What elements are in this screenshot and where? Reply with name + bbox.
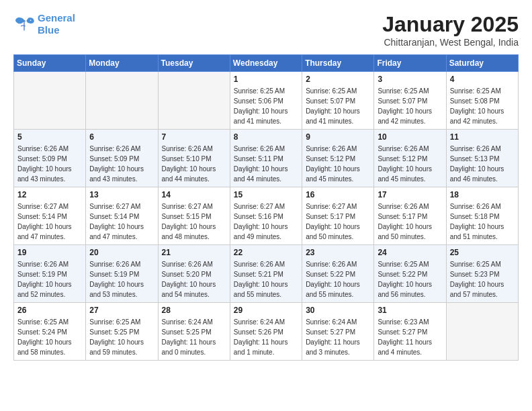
day-number: 2 <box>306 75 370 84</box>
day-number: 6 <box>89 132 154 142</box>
calendar-day-cell: 12Sunrise: 6:27 AM Sunset: 5:14 PM Dayli… <box>14 187 86 245</box>
day-info: Sunrise: 6:27 AM Sunset: 5:14 PM Dayligh… <box>17 201 82 242</box>
calendar-day-cell: 11Sunrise: 6:26 AM Sunset: 5:13 PM Dayli… <box>446 130 518 187</box>
day-info: Sunrise: 6:26 AM Sunset: 5:12 PM Dayligh… <box>378 144 442 184</box>
day-info: Sunrise: 6:25 AM Sunset: 5:07 PM Dayligh… <box>378 86 442 126</box>
calendar-table: SundayMondayTuesdayWednesdayThursdayFrid… <box>13 54 519 361</box>
calendar-day-cell: 21Sunrise: 6:26 AM Sunset: 5:20 PM Dayli… <box>158 245 230 303</box>
weekday-header-monday: Monday <box>86 55 158 72</box>
calendar-day-cell: 6Sunrise: 6:26 AM Sunset: 5:09 PM Daylig… <box>86 130 158 187</box>
day-info: Sunrise: 6:25 AM Sunset: 5:24 PM Dayligh… <box>17 317 82 357</box>
day-number: 7 <box>162 132 226 142</box>
day-info: Sunrise: 6:25 AM Sunset: 5:25 PM Dayligh… <box>89 317 154 357</box>
calendar-week-row: 1Sunrise: 6:25 AM Sunset: 5:06 PM Daylig… <box>14 72 519 130</box>
day-number: 11 <box>450 132 515 142</box>
calendar-day-cell: 20Sunrise: 6:26 AM Sunset: 5:19 PM Dayli… <box>86 245 158 303</box>
day-number: 14 <box>162 190 226 199</box>
calendar-day-cell: 27Sunrise: 6:25 AM Sunset: 5:25 PM Dayli… <box>86 303 158 361</box>
day-info: Sunrise: 6:26 AM Sunset: 5:10 PM Dayligh… <box>162 144 226 184</box>
day-number: 20 <box>89 248 154 257</box>
day-number: 4 <box>450 75 515 84</box>
day-info: Sunrise: 6:26 AM Sunset: 5:17 PM Dayligh… <box>378 201 442 242</box>
day-info: Sunrise: 6:25 AM Sunset: 5:06 PM Dayligh… <box>234 86 298 126</box>
day-number: 13 <box>89 190 154 199</box>
day-info: Sunrise: 6:26 AM Sunset: 5:21 PM Dayligh… <box>234 259 298 300</box>
title-block: January 2025 Chittaranjan, West Bengal, … <box>382 12 519 48</box>
day-number: 10 <box>378 132 442 142</box>
calendar-day-cell <box>158 72 230 130</box>
logo-text: General Blue <box>38 12 75 36</box>
weekday-header-thursday: Thursday <box>302 55 374 72</box>
day-number: 25 <box>450 248 515 257</box>
day-number: 3 <box>378 75 442 84</box>
day-info: Sunrise: 6:24 AM Sunset: 5:27 PM Dayligh… <box>306 317 370 357</box>
day-info: Sunrise: 6:25 AM Sunset: 5:23 PM Dayligh… <box>450 259 515 300</box>
day-info: Sunrise: 6:26 AM Sunset: 5:11 PM Dayligh… <box>234 144 298 184</box>
weekday-header-row: SundayMondayTuesdayWednesdayThursdayFrid… <box>14 55 519 72</box>
day-info: Sunrise: 6:25 AM Sunset: 5:08 PM Dayligh… <box>450 86 515 126</box>
calendar-day-cell: 17Sunrise: 6:26 AM Sunset: 5:17 PM Dayli… <box>374 187 446 245</box>
day-number: 18 <box>450 190 515 199</box>
weekday-header-tuesday: Tuesday <box>158 55 230 72</box>
svg-point-1 <box>30 20 32 21</box>
day-info: Sunrise: 6:25 AM Sunset: 5:22 PM Dayligh… <box>378 259 442 300</box>
day-number: 24 <box>378 248 442 257</box>
calendar-day-cell: 31Sunrise: 6:23 AM Sunset: 5:27 PM Dayli… <box>374 303 446 361</box>
day-number: 22 <box>234 248 298 257</box>
svg-point-0 <box>27 19 32 23</box>
day-number: 31 <box>378 306 442 315</box>
day-number: 17 <box>378 190 442 199</box>
calendar-day-cell: 25Sunrise: 6:25 AM Sunset: 5:23 PM Dayli… <box>446 245 518 303</box>
day-number: 23 <box>306 248 370 257</box>
day-number: 27 <box>89 306 154 315</box>
day-number: 26 <box>17 306 82 315</box>
day-number: 12 <box>17 190 82 199</box>
day-info: Sunrise: 6:26 AM Sunset: 5:12 PM Dayligh… <box>306 144 370 184</box>
calendar-day-cell: 30Sunrise: 6:24 AM Sunset: 5:27 PM Dayli… <box>302 303 374 361</box>
day-info: Sunrise: 6:24 AM Sunset: 5:26 PM Dayligh… <box>234 317 298 357</box>
day-number: 16 <box>306 190 370 199</box>
header: General Blue January 2025 Chittaranjan, … <box>13 12 519 48</box>
calendar-day-cell: 29Sunrise: 6:24 AM Sunset: 5:26 PM Dayli… <box>230 303 302 361</box>
calendar-day-cell: 2Sunrise: 6:25 AM Sunset: 5:07 PM Daylig… <box>302 72 374 130</box>
day-info: Sunrise: 6:27 AM Sunset: 5:16 PM Dayligh… <box>234 201 298 242</box>
day-info: Sunrise: 6:27 AM Sunset: 5:14 PM Dayligh… <box>89 201 154 242</box>
calendar-day-cell: 23Sunrise: 6:26 AM Sunset: 5:22 PM Dayli… <box>302 245 374 303</box>
weekday-header-saturday: Saturday <box>446 55 518 72</box>
calendar-day-cell: 24Sunrise: 6:25 AM Sunset: 5:22 PM Dayli… <box>374 245 446 303</box>
day-number: 9 <box>306 132 370 142</box>
calendar-week-row: 19Sunrise: 6:26 AM Sunset: 5:19 PM Dayli… <box>14 245 519 303</box>
calendar-day-cell: 22Sunrise: 6:26 AM Sunset: 5:21 PM Dayli… <box>230 245 302 303</box>
day-info: Sunrise: 6:25 AM Sunset: 5:07 PM Dayligh… <box>306 86 370 126</box>
day-number: 1 <box>234 75 298 84</box>
day-number: 21 <box>162 248 226 257</box>
calendar-week-row: 12Sunrise: 6:27 AM Sunset: 5:14 PM Dayli… <box>14 187 519 245</box>
calendar-day-cell: 3Sunrise: 6:25 AM Sunset: 5:07 PM Daylig… <box>374 72 446 130</box>
logo-icon <box>13 15 35 34</box>
day-info: Sunrise: 6:26 AM Sunset: 5:09 PM Dayligh… <box>17 144 82 184</box>
calendar-page: General Blue January 2025 Chittaranjan, … <box>0 0 532 373</box>
day-info: Sunrise: 6:26 AM Sunset: 5:18 PM Dayligh… <box>450 201 515 242</box>
calendar-day-cell: 7Sunrise: 6:26 AM Sunset: 5:10 PM Daylig… <box>158 130 230 187</box>
weekday-header-wednesday: Wednesday <box>230 55 302 72</box>
day-info: Sunrise: 6:26 AM Sunset: 5:09 PM Dayligh… <box>89 144 154 184</box>
day-info: Sunrise: 6:27 AM Sunset: 5:17 PM Dayligh… <box>306 201 370 242</box>
day-info: Sunrise: 6:23 AM Sunset: 5:27 PM Dayligh… <box>378 317 442 357</box>
day-info: Sunrise: 6:26 AM Sunset: 5:19 PM Dayligh… <box>17 259 82 300</box>
location-subtitle: Chittaranjan, West Bengal, India <box>382 37 519 48</box>
calendar-day-cell: 15Sunrise: 6:27 AM Sunset: 5:16 PM Dayli… <box>230 187 302 245</box>
calendar-day-cell: 5Sunrise: 6:26 AM Sunset: 5:09 PM Daylig… <box>14 130 86 187</box>
calendar-week-row: 5Sunrise: 6:26 AM Sunset: 5:09 PM Daylig… <box>14 130 519 187</box>
month-title: January 2025 <box>382 12 519 37</box>
calendar-day-cell: 28Sunrise: 6:24 AM Sunset: 5:25 PM Dayli… <box>158 303 230 361</box>
calendar-day-cell: 1Sunrise: 6:25 AM Sunset: 5:06 PM Daylig… <box>230 72 302 130</box>
calendar-day-cell: 16Sunrise: 6:27 AM Sunset: 5:17 PM Dayli… <box>302 187 374 245</box>
calendar-day-cell: 9Sunrise: 6:26 AM Sunset: 5:12 PM Daylig… <box>302 130 374 187</box>
weekday-header-sunday: Sunday <box>14 55 86 72</box>
calendar-day-cell: 18Sunrise: 6:26 AM Sunset: 5:18 PM Dayli… <box>446 187 518 245</box>
day-number: 15 <box>234 190 298 199</box>
calendar-day-cell: 4Sunrise: 6:25 AM Sunset: 5:08 PM Daylig… <box>446 72 518 130</box>
calendar-week-row: 26Sunrise: 6:25 AM Sunset: 5:24 PM Dayli… <box>14 303 519 361</box>
calendar-day-cell: 10Sunrise: 6:26 AM Sunset: 5:12 PM Dayli… <box>374 130 446 187</box>
calendar-day-cell: 14Sunrise: 6:27 AM Sunset: 5:15 PM Dayli… <box>158 187 230 245</box>
